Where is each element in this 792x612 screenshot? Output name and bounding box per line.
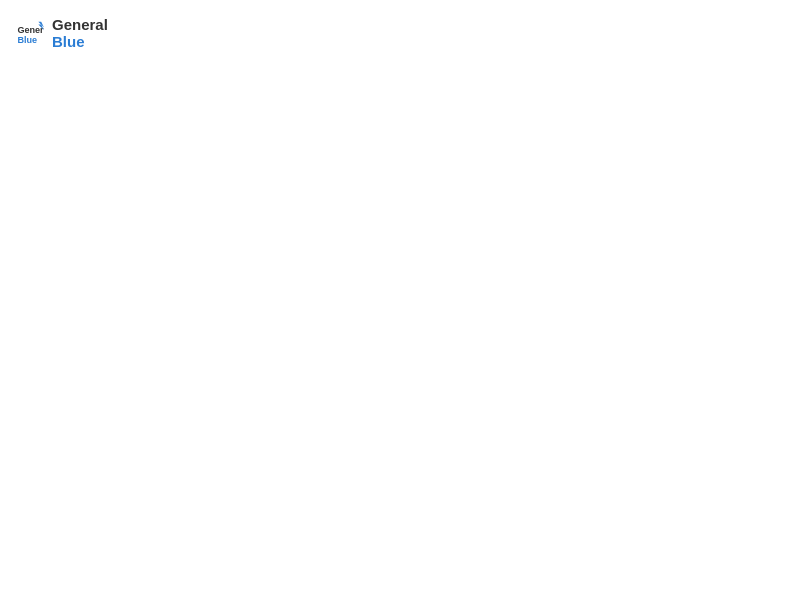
- logo-blue-text: Blue: [52, 33, 108, 50]
- logo: General Blue General Blue: [16, 16, 108, 50]
- logo-icon: General Blue: [16, 19, 44, 47]
- svg-text:Blue: Blue: [17, 35, 37, 45]
- page-header: General Blue General Blue: [16, 16, 776, 50]
- logo-general-text: General: [52, 16, 108, 33]
- svg-text:General: General: [17, 25, 44, 35]
